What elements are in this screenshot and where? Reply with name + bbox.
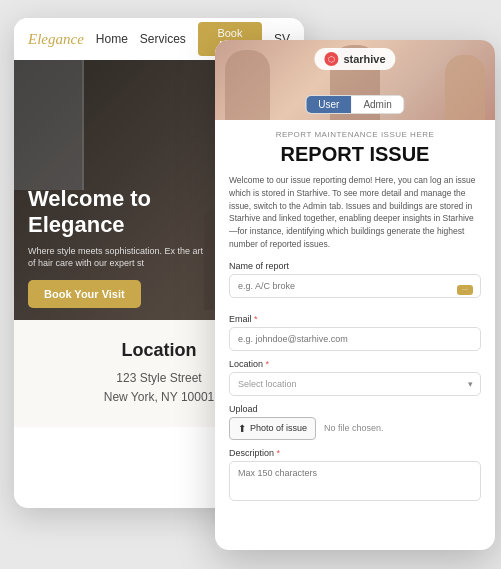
upload-label: Upload (229, 404, 481, 414)
starhive-logo-icon: ⬡ (324, 52, 338, 66)
starhive-form-body: REPORT MAINTENANCE ISSUE HERE REPORT ISS… (215, 120, 495, 550)
location-select[interactable]: Select location (229, 372, 481, 396)
name-input[interactable] (229, 274, 481, 298)
upload-button[interactable]: ⬆ Photo of issue (229, 417, 316, 440)
starhive-header: ⬡ starhive User Admin (215, 40, 495, 120)
starhive-logo-bar: ⬡ starhive (314, 48, 395, 70)
form-title: REPORT ISSUE (229, 143, 481, 166)
hero-subtitle: Where style meets sophistication. Ex the… (28, 245, 208, 270)
location-select-wrapper: Select location ▾ (229, 372, 481, 396)
starhive-tabs: User Admin (305, 95, 404, 114)
name-input-wrapper: ··· (229, 274, 481, 306)
starhive-card: ⬡ starhive User Admin REPORT MAINTENANCE… (215, 40, 495, 550)
upload-row: ⬆ Photo of issue No file chosen. (229, 417, 481, 440)
tab-user[interactable]: User (306, 96, 351, 113)
form-description: Welcome to our issue reporting demo! Her… (229, 174, 481, 251)
description-textarea[interactable] (229, 461, 481, 501)
elegance-logo: Elegance (28, 31, 84, 48)
name-label: Name of report (229, 261, 481, 271)
tab-admin[interactable]: Admin (351, 96, 403, 113)
book-visit-button[interactable]: Book Your Visit (28, 280, 141, 308)
starhive-logo-text: starhive (343, 53, 385, 65)
location-label: Location * (229, 359, 481, 369)
email-input[interactable] (229, 327, 481, 351)
hero-title: Welcome toElegance (28, 186, 208, 239)
description-label: Description * (229, 448, 481, 458)
hero-window-decoration (14, 60, 84, 190)
name-input-icon: ··· (457, 285, 473, 295)
person-decoration-right (445, 55, 485, 120)
upload-icon: ⬆ (238, 423, 246, 434)
hero-text: Welcome toElegance Where style meets sop… (28, 186, 208, 270)
form-subtitle: REPORT MAINTENANCE ISSUE HERE (229, 130, 481, 139)
nav-home[interactable]: Home (96, 32, 128, 46)
email-label: Email * (229, 314, 481, 324)
person-decoration-left (225, 50, 270, 120)
nav-services[interactable]: Services (140, 32, 186, 46)
no-file-label: No file chosen. (324, 423, 384, 433)
